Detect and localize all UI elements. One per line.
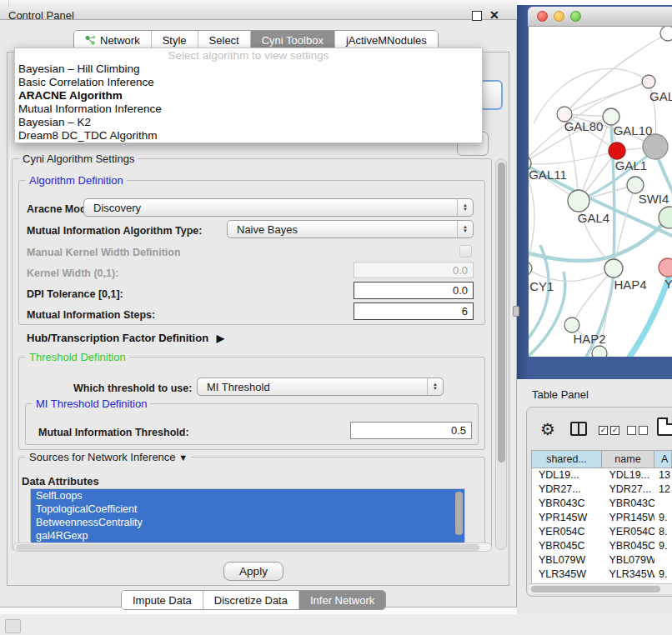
node-gcy1[interactable]: [529, 262, 532, 275]
column-header-name[interactable]: name: [602, 450, 654, 468]
table-row[interactable]: YER054CYER054C8.: [532, 525, 672, 539]
node-hap2[interactable]: [564, 318, 579, 332]
node-gal1-red[interactable]: [609, 142, 625, 159]
control-panel-title: Control Panel: [8, 9, 74, 22]
node-hap4[interactable]: [604, 259, 623, 278]
node-gal10[interactable]: [603, 108, 619, 125]
column-header-shared-name[interactable]: shared...: [531, 450, 602, 468]
algorithm-dropdown-popup: Select algorithm to view settings Bayesi…: [14, 48, 483, 143]
checked-columns-icon[interactable]: ✓ ✓: [599, 426, 619, 435]
tab-select[interactable]: Select: [198, 31, 250, 49]
mi-steps-label: Mutual Information Steps:: [27, 309, 155, 321]
combo-stepper-icon: ▲▼: [427, 378, 443, 395]
collapsed-panel-icon[interactable]: [5, 619, 21, 633]
node-label: SWI4: [639, 192, 669, 206]
menu-item-aracne[interactable]: ARACNE Algorithm: [15, 89, 482, 102]
node-label: Y: [664, 277, 672, 291]
node-label: HAP2: [573, 332, 605, 346]
zoom-traffic-light[interactable]: [570, 11, 581, 22]
combo-stepper-icon: ▲▼: [457, 221, 473, 238]
apply-button[interactable]: Apply: [223, 562, 283, 581]
bottom-tabbar: Impute Data Discretize Data Infer Networ…: [121, 590, 386, 610]
node-gray-hub[interactable]: [643, 134, 668, 159]
menu-item-bayesian-k2[interactable]: Bayesian – K2: [15, 116, 482, 129]
which-threshold-combo[interactable]: MI Threshold ▲▼: [197, 378, 444, 396]
tab-network[interactable]: Network: [74, 31, 151, 49]
dpi-tolerance-field[interactable]: 0.0: [354, 282, 474, 299]
data-attributes-list[interactable]: SelfLoops TopologicalCoefficient Between…: [30, 488, 465, 542]
minimize-traffic-light[interactable]: [554, 11, 564, 22]
settings-hscrollbar-thumb[interactable]: [16, 544, 479, 551]
node-label: GAL11: [529, 168, 567, 182]
algorithm-combo-fragment[interactable]: [479, 80, 503, 110]
settings-horizontal-scrollbar[interactable]: [13, 542, 492, 552]
close-traffic-light[interactable]: [537, 11, 548, 22]
network-canvas[interactable]: GAL GAL80 GAL10 GAL1 GAL11 SWI4 GAL4 GCY…: [529, 27, 672, 357]
tab-style[interactable]: Style: [151, 31, 198, 49]
node-gal-clipped[interactable]: [642, 75, 655, 88]
node-label: GAL1: [615, 158, 647, 172]
menu-item-basic-correlation[interactable]: Basic Correlation Inference: [15, 76, 482, 89]
collapse-down-icon[interactable]: ▼: [178, 452, 188, 462]
network-window-titlebar[interactable]: [528, 7, 672, 27]
mi-threshold-field[interactable]: 0.5: [350, 422, 472, 439]
node-labels: GAL GAL80 GAL10 GAL1 GAL11 SWI4 GAL4 GCY…: [529, 89, 672, 346]
network-view-window: GAL GAL80 GAL10 GAL1 GAL11 SWI4 GAL4 GCY…: [528, 7, 672, 360]
unchecked-columns-icon[interactable]: [627, 426, 648, 435]
combo-stepper-icon: ▲▼: [457, 199, 473, 216]
manual-kernel-checkbox[interactable]: [459, 245, 472, 258]
table-horizontal-scrollbar[interactable]: [529, 583, 672, 594]
close-icon[interactable]: ✕: [489, 8, 499, 22]
menu-item-bayesian-hill-climbing[interactable]: Bayesian – Hill Climbing: [15, 62, 482, 76]
tab-jactivemnodules[interactable]: jActiveMNodules: [334, 31, 438, 49]
tab-discretize-data[interactable]: Discretize Data: [203, 591, 298, 609]
expand-right-icon[interactable]: ▶: [217, 332, 224, 344]
node-salmon[interactable]: [659, 258, 672, 277]
list-item[interactable]: TopologicalCoefficient: [31, 502, 464, 516]
file-icon[interactable]: [657, 418, 672, 436]
tab-cyni-toolbox[interactable]: Cyni Toolbox: [250, 31, 334, 49]
table-row[interactable]: YPR145WYPR145W9.: [532, 511, 672, 525]
menu-item-mutual-information[interactable]: Mutual Information Inference: [15, 102, 482, 116]
table-row[interactable]: YBR045CYBR045C9.: [532, 539, 672, 553]
node-unlabeled-top[interactable]: [660, 27, 672, 41]
aracne-mode-combo[interactable]: Discovery ▲▼: [83, 198, 474, 217]
gear-icon[interactable]: ⚙: [540, 419, 555, 439]
network-icon: [85, 35, 96, 46]
node-label: GCY1: [529, 279, 554, 293]
tab-network-label: Network: [100, 34, 140, 47]
hub-tf-definition-toggle[interactable]: Hub/Transcription Factor Definition ▶: [27, 332, 224, 344]
control-panel-titlebar[interactable]: [0, 0, 517, 20]
mi-type-combo[interactable]: Naive Bayes ▲▼: [227, 220, 474, 238]
list-item[interactable]: BetweennessCentrality: [31, 516, 464, 529]
table-body[interactable]: YDL19...YDL19...13 YDR27...YDR27...12 YB…: [531, 468, 672, 583]
tab-infer-network[interactable]: Infer Network: [298, 591, 385, 609]
table-hscrollbar-thumb[interactable]: [531, 586, 660, 592]
manual-kernel-label: Manual Kernel Width Definition: [27, 247, 181, 258]
node-gal4[interactable]: [568, 190, 589, 212]
node-swi4[interactable]: [627, 177, 644, 193]
settings-scrollbar-thumb[interactable]: [498, 162, 505, 462]
table-row[interactable]: YDL19...YDL19...13: [532, 468, 672, 482]
split-columns-icon[interactable]: [570, 422, 587, 436]
table-row[interactable]: YDR27...YDR27...12: [532, 482, 672, 497]
dpi-tolerance-label: DPI Tolerance [0,1]:: [27, 288, 123, 300]
sources-group-title: Sources for Network Inference ▼: [26, 451, 191, 463]
mi-steps-field[interactable]: 6: [354, 302, 474, 320]
column-header-clipped[interactable]: A: [654, 450, 672, 468]
settings-vertical-scrollbar[interactable]: [495, 158, 507, 550]
table-row[interactable]: YBR043CYBR043C: [532, 497, 672, 511]
threshold-definition-title: Threshold Definition: [26, 351, 129, 363]
list-scrollbar-thumb[interactable]: [455, 492, 463, 535]
list-item[interactable]: SelfLoops: [31, 489, 464, 502]
table-row[interactable]: YLR345WYLR345W9.: [532, 568, 672, 582]
list-item[interactable]: gal4RGexp: [31, 529, 464, 542]
kernel-width-field[interactable]: 0.0: [354, 262, 474, 278]
table-panel-title: Table Panel: [532, 388, 589, 401]
tab-impute-data[interactable]: Impute Data: [122, 591, 203, 609]
menu-item-dream8[interactable]: Dream8 DC_TDC Algorithm: [15, 129, 482, 142]
panel-divider-grip[interactable]: [513, 306, 519, 317]
node-unlabeled-bottom[interactable]: [592, 346, 607, 357]
float-window-icon[interactable]: [472, 11, 482, 21]
table-row[interactable]: YBL079WYBL079W: [532, 553, 672, 568]
